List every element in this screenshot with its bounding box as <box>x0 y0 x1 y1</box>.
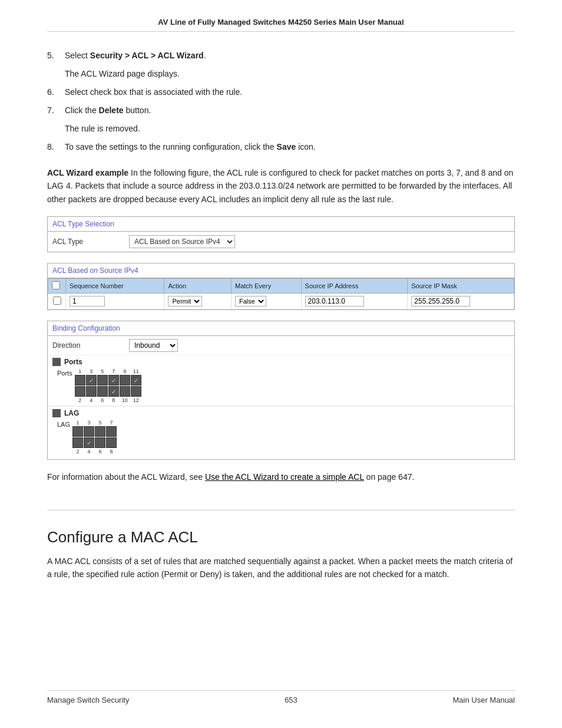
acl-col-checkbox <box>48 279 66 294</box>
port-3[interactable] <box>86 375 97 386</box>
acl-type-selection-panel: ACL Type Selection ACL Type ACL Based on… <box>47 216 515 252</box>
binding-configuration-panel: Binding Configuration Direction Inbound … <box>47 321 515 460</box>
ports-top-row <box>75 375 141 386</box>
acl-col-sequence: Sequence Number <box>66 279 164 294</box>
source-mask-input[interactable] <box>411 296 470 307</box>
ports-bottom-numbers: 2 4 6 8 10 12 <box>75 397 141 403</box>
port-1[interactable] <box>75 375 85 386</box>
ports-label-text: Ports <box>57 370 72 377</box>
port-5[interactable] <box>97 375 108 386</box>
step-7-bold: Delete <box>99 106 124 115</box>
lag-2[interactable] <box>72 437 83 448</box>
mac-acl-heading: Configure a MAC ACL <box>47 528 515 546</box>
step-5: 5. Select Security > ACL > ACL Wizard. <box>47 50 515 62</box>
page-footer: Manage Switch Security 653 Main User Man… <box>47 690 515 704</box>
row-match-every: False True <box>232 294 302 309</box>
port-8[interactable] <box>108 386 119 397</box>
ports-top-numbers: 1 3 5 7 9 11 <box>75 368 141 374</box>
port-6[interactable] <box>97 386 108 397</box>
port-7[interactable] <box>108 375 119 386</box>
acl-wizard-example-label: ACL Wizard example <box>47 168 128 177</box>
row-source-ip <box>301 294 408 309</box>
ports-grid-wrapper: 1 3 5 7 9 11 <box>75 368 141 403</box>
ports-header: Ports <box>52 358 510 366</box>
lag-top-row <box>72 426 117 437</box>
footer-left: Manage Switch Security <box>47 696 129 704</box>
lag-4[interactable] <box>84 437 94 448</box>
info-text-before: For information about the ACL Wizard, se… <box>47 472 205 482</box>
binding-config-title: Binding Configuration <box>48 321 514 336</box>
row-checkbox-cell <box>48 294 66 309</box>
lag-8[interactable] <box>106 437 117 448</box>
acl-select-all-checkbox[interactable] <box>52 281 60 289</box>
acl-table-title: ACL Based on Source IPv4 <box>48 263 514 278</box>
mac-acl-body: A MAC ACL consists of a set of rules tha… <box>47 555 515 581</box>
row-action: Permit Deny <box>164 294 232 309</box>
lag-header: LAG <box>52 409 510 417</box>
step-7-sub: The rule is removed. <box>65 123 515 135</box>
lag-bottom-row <box>72 437 117 448</box>
acl-type-label: ACL Type <box>52 238 123 246</box>
acl-type-row: ACL Type ACL Based on Source IPv4 <box>48 232 514 252</box>
lag-label-text: LAG <box>57 421 70 428</box>
ports-label: Ports <box>64 358 82 366</box>
port-4[interactable] <box>86 386 97 397</box>
page: AV Line of Fully Managed Switches M4250 … <box>0 0 562 728</box>
step-6: 6. Select check box that is associated w… <box>47 86 515 98</box>
acl-col-source-mask: Source IP Mask <box>408 279 514 294</box>
lag-bottom-numbers: 2 4 6 8 <box>72 449 117 454</box>
ports-section: Ports Ports 1 3 5 7 9 11 <box>48 355 514 406</box>
step-8-bold: Save <box>277 142 296 151</box>
lag-7[interactable] <box>106 426 117 437</box>
acl-table-section: ACL Based on Source IPv4 Sequence Number… <box>47 263 515 310</box>
step-5-sub: The ACL Wizard page displays. <box>65 68 515 80</box>
step-list: 5. Select Security > ACL > ACL Wizard. T… <box>47 50 515 159</box>
acl-wizard-link[interactable]: Use the ACL Wizard to create a simple AC… <box>205 472 364 482</box>
table-row: Permit Deny False True <box>48 294 514 309</box>
acl-col-action: Action <box>164 279 232 294</box>
info-text: For information about the ACL Wizard, se… <box>47 470 515 483</box>
footer-center: 653 <box>285 696 297 704</box>
row-source-mask <box>408 294 514 309</box>
ports-colored-box <box>52 358 61 366</box>
row-checkbox[interactable] <box>53 297 61 305</box>
direction-label: Direction <box>52 341 123 350</box>
lag-top-numbers: 1 3 5 7 <box>72 420 117 426</box>
acl-type-select[interactable]: ACL Based on Source IPv4 <box>129 235 235 248</box>
step-6-content: Select check box that is associated with… <box>65 86 515 98</box>
acl-table: Sequence Number Action Match Every Sourc… <box>48 278 514 309</box>
row-sequence <box>66 294 164 309</box>
lag-6[interactable] <box>95 437 105 448</box>
info-text-after: on page 647. <box>364 472 415 482</box>
acl-type-selection-title: ACL Type Selection <box>48 217 514 232</box>
port-10[interactable] <box>120 386 130 397</box>
port-2[interactable] <box>75 386 85 397</box>
action-select[interactable]: Permit Deny <box>168 296 202 307</box>
port-12[interactable] <box>131 386 141 397</box>
match-every-select[interactable]: False True <box>235 296 266 307</box>
step-5-num: 5. <box>47 50 65 62</box>
lag-section: LAG LAG 1 3 5 7 <box>48 406 514 459</box>
source-ip-input[interactable] <box>305 296 364 307</box>
step-5-content: Select Security > ACL > ACL Wizard. <box>65 50 515 62</box>
step-7-num: 7. <box>47 104 65 117</box>
acl-col-match-every: Match Every <box>232 279 302 294</box>
lag-grid-area: LAG 1 3 5 7 <box>57 420 510 454</box>
footer-right: Main User Manual <box>453 696 515 704</box>
port-11[interactable] <box>131 375 141 386</box>
acl-col-source-ip: Source IP Address <box>301 279 408 294</box>
step-7: 7. Click the Delete button. <box>47 104 515 117</box>
section-divider <box>47 510 515 510</box>
ports-bottom-row <box>75 386 141 397</box>
direction-select[interactable]: Inbound Outbound <box>129 339 178 352</box>
step-8-content: To save the settings to the running conf… <box>65 141 515 153</box>
lag-colored-box <box>52 409 61 417</box>
lag-3[interactable] <box>84 426 94 437</box>
sequence-number-input[interactable] <box>70 296 105 307</box>
step-5-bold: Security > ACL > ACL Wizard <box>90 51 204 60</box>
step-6-num: 6. <box>47 86 65 98</box>
lag-5[interactable] <box>95 426 105 437</box>
port-9[interactable] <box>120 375 130 386</box>
step-8-num: 8. <box>47 141 65 153</box>
lag-1[interactable] <box>72 426 83 437</box>
